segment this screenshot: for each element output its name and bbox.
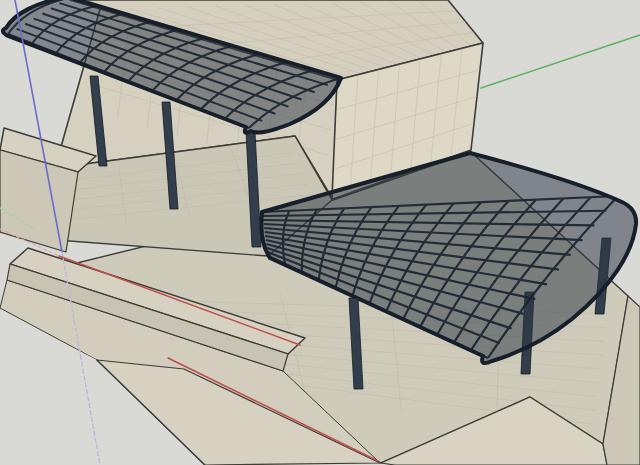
model-viewport[interactable]: [0, 0, 640, 465]
viewport-canvas[interactable]: [0, 0, 640, 465]
